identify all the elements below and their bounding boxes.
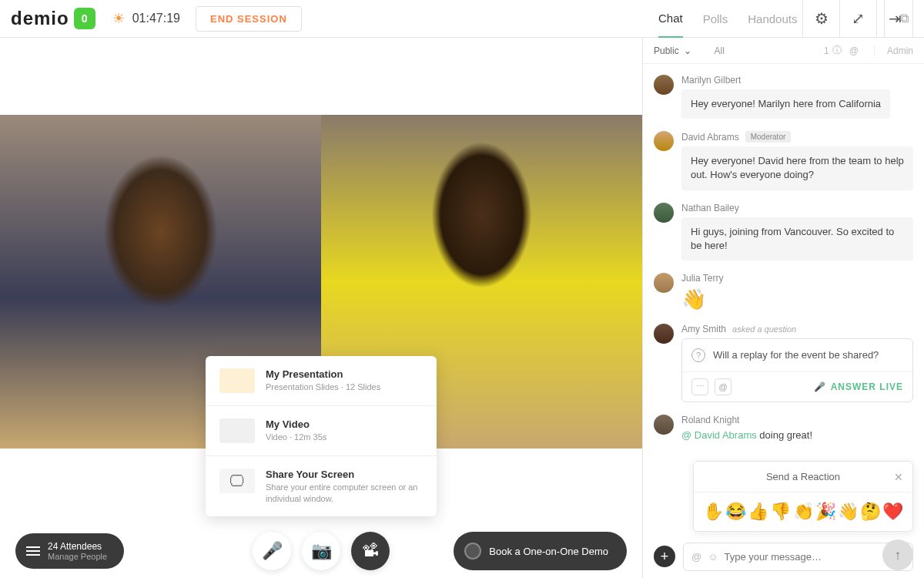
- reaction-emoji[interactable]: 👎: [770, 502, 791, 522]
- scroll-top-button[interactable]: ↑: [882, 539, 913, 570]
- chat-message: Julia Terry 👋: [654, 273, 913, 311]
- tab-handouts[interactable]: Handouts: [748, 0, 797, 38]
- reaction-title: Send a Reaction: [766, 471, 840, 482]
- asked-label: asked a question: [732, 324, 796, 334]
- demo-dot-icon: [464, 543, 481, 560]
- chat-message: Roland Knight @ David Abrams doing great…: [654, 415, 913, 441]
- close-icon: ✕: [894, 471, 903, 483]
- reaction-emoji[interactable]: 👍: [748, 502, 768, 522]
- reaction-emoji[interactable]: 👋: [838, 502, 859, 522]
- tab-chat[interactable]: Chat: [658, 0, 683, 38]
- avatar: [654, 324, 674, 344]
- mention-button[interactable]: @: [715, 378, 732, 395]
- share-video-item[interactable]: My Video Video · 12m 35s: [206, 406, 437, 456]
- share-screen-item[interactable]: 🖵 Share Your Screen Share your entire co…: [206, 456, 437, 516]
- logo-text: demio: [11, 8, 69, 29]
- share-item-subtitle: Share your entire computer screen or an …: [266, 482, 423, 504]
- help-icon: ⓘ: [832, 44, 842, 57]
- chevron-down-icon: ⌄: [684, 45, 691, 56]
- question-icon: ?: [691, 348, 705, 362]
- reaction-emoji[interactable]: 🎉: [815, 502, 836, 522]
- message-author: Roland Knight: [681, 415, 913, 425]
- attendees-button[interactable]: 24 Attendees Manage People: [15, 533, 124, 569]
- end-session-button[interactable]: END SESSION: [196, 6, 302, 32]
- chat-message: David AbramsModerator Hey everyone! Davi…: [654, 131, 913, 190]
- logo: demio 0: [11, 8, 95, 29]
- attendee-count: 24 Attendees: [48, 541, 107, 552]
- message-author: Nathan Bailey: [681, 203, 913, 213]
- avatar: [654, 131, 674, 151]
- avatar: [654, 415, 674, 435]
- video-area: My Presentation Presentation Slides · 12…: [0, 38, 642, 578]
- reaction-popup: Send a Reaction ✕ ✋😂👍👎👏🎉👋🤔❤️: [693, 461, 913, 532]
- reaction-emoji[interactable]: 👏: [793, 502, 814, 522]
- avatar: [654, 203, 674, 223]
- mention-icon[interactable]: @: [691, 551, 701, 563]
- question-count[interactable]: 1ⓘ: [824, 44, 842, 57]
- answer-live-button[interactable]: 🎤ANSWER LIVE: [814, 381, 903, 392]
- message-text: Hi guys, joining from Vancouver. So exci…: [681, 217, 913, 260]
- share-item-title: Share Your Screen: [266, 469, 423, 480]
- message-author: Amy Smith: [681, 324, 726, 334]
- screen-icon: 🖵: [219, 469, 255, 493]
- mic-icon: 🎤: [262, 541, 283, 561]
- message-emoji: 👋: [681, 287, 913, 311]
- message-author: Marilyn Gilbert: [681, 75, 913, 86]
- manage-people-label: Manage People: [48, 552, 107, 561]
- microphone-button[interactable]: 🎤: [253, 532, 291, 570]
- emoji-icon[interactable]: ☺: [708, 551, 718, 563]
- avatar: [654, 273, 674, 293]
- reaction-emoji[interactable]: ✋: [703, 502, 724, 522]
- book-demo-button[interactable]: Book a One-on-One Demo: [454, 532, 627, 570]
- message-text: doing great!: [757, 429, 812, 441]
- chat-message: Marilyn Gilbert Hey everyone! Marilyn he…: [654, 75, 913, 119]
- reaction-emoji[interactable]: 😂: [725, 502, 746, 522]
- reaction-emoji[interactable]: 🤔: [860, 502, 881, 522]
- video-thumbnail: [219, 418, 255, 443]
- avatar: [654, 75, 674, 95]
- message-author: David Abrams: [681, 132, 739, 143]
- mic-icon: 🎤: [814, 381, 826, 392]
- popout-button[interactable]: ⧉: [884, 0, 909, 38]
- logo-badge: 0: [74, 8, 95, 29]
- session-timer: 01:47:19: [132, 12, 180, 25]
- message-input[interactable]: [724, 551, 905, 563]
- plus-icon: +: [661, 549, 669, 565]
- share-item-title: My Presentation: [266, 368, 380, 380]
- presentation-thumbnail: [219, 368, 255, 393]
- message-author: Julia Terry: [681, 273, 913, 284]
- add-button[interactable]: +: [654, 546, 675, 567]
- arrow-up-icon: ↑: [895, 547, 902, 563]
- menu-icon: [26, 546, 40, 556]
- public-label: Public: [654, 45, 679, 56]
- visibility-filter[interactable]: Public ⌄: [654, 45, 691, 56]
- mention: @ David Abrams: [681, 429, 757, 441]
- moderator-badge: Moderator: [745, 131, 792, 143]
- share-item-subtitle: Presentation Slides · 12 Slides: [266, 381, 380, 392]
- message-text: Hey everyone! David here from the team t…: [681, 146, 913, 190]
- question-text: Will a replay for the event be shared?: [713, 349, 879, 361]
- share-item-subtitle: Video · 12m 35s: [266, 432, 326, 442]
- message-text: Hey everyone! Marilyn here from Californ…: [681, 89, 890, 119]
- mention-filter-icon[interactable]: @: [849, 45, 859, 56]
- admin-filter[interactable]: Admin: [874, 45, 913, 56]
- external-link-icon: ⧉: [900, 12, 909, 25]
- chat-question: Amy Smithasked a question ? Will a repla…: [654, 324, 913, 402]
- share-popup: My Presentation Presentation Slides · 12…: [206, 356, 437, 516]
- camera-button[interactable]: 📷: [302, 532, 340, 570]
- chat-message: Nathan Bailey Hi guys, joining from Vanc…: [654, 203, 913, 260]
- share-presentation-item[interactable]: My Presentation Presentation Slides · 12…: [206, 356, 437, 406]
- live-indicator-icon: ☀: [112, 10, 125, 27]
- camera-icon: 📷: [311, 541, 332, 561]
- share-screen-icon: 📽: [362, 541, 379, 561]
- demo-label: Book a One-on-One Demo: [489, 546, 608, 557]
- all-filter[interactable]: All: [715, 45, 725, 56]
- share-button[interactable]: 📽: [351, 532, 390, 570]
- share-item-title: My Video: [266, 418, 326, 430]
- more-button[interactable]: ⋯: [691, 378, 708, 395]
- message-input-container[interactable]: @ ☺: [683, 543, 913, 571]
- reaction-emoji[interactable]: ❤️: [882, 502, 903, 522]
- close-button[interactable]: ✕: [894, 471, 903, 483]
- tab-polls[interactable]: Polls: [703, 0, 728, 38]
